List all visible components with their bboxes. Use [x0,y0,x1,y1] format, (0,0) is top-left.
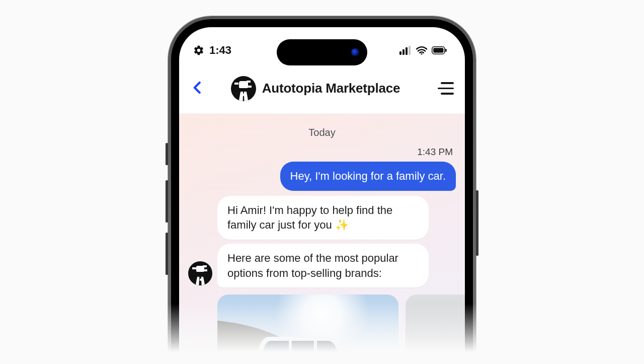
user-message-bubble[interactable]: Hey, I'm looking for a family car. [280,162,456,191]
svg-rect-3 [409,46,411,55]
assistant-avatar [188,261,212,285]
car-carousel[interactable] [217,295,456,364]
phone-frame: 1:43 [168,16,476,364]
app-title: Autotopia Marketplace [262,81,400,96]
side-button-volume-down [166,233,168,275]
day-separator: Today [188,124,456,147]
car-illustration [240,336,361,364]
assistant-message-bubble[interactable]: Here are some of the most popular option… [217,244,429,287]
svg-rect-1 [403,49,405,55]
side-button-power [476,190,478,256]
svg-rect-6 [433,48,443,53]
side-button-silent [166,143,168,165]
gear-icon [193,45,204,56]
dynamic-island [277,39,367,65]
car-card[interactable] [406,295,465,364]
hamburger-menu-icon [441,82,454,84]
svg-rect-0 [399,51,401,55]
status-time: 1:43 [209,44,231,57]
svg-point-4 [421,53,423,55]
message-timestamp: 1:43 PM [188,147,456,162]
phone-screen: 1:43 [179,27,465,364]
autotopia-logo-icon [231,76,256,101]
cellular-signal-icon [399,46,412,55]
car-card[interactable] [217,295,398,364]
menu-button[interactable] [438,82,454,95]
assistant-message-bubble[interactable]: Hi Amir! I'm happy to help find the fami… [217,196,429,240]
side-button-volume-up [166,180,168,223]
chat-thread: Today 1:43 PM Hey, I'm looking for a fam… [179,114,465,364]
svg-rect-7 [445,49,447,52]
svg-rect-2 [406,47,408,55]
battery-icon [432,46,447,54]
app-header: Autotopia Marketplace [179,63,465,114]
wifi-icon [416,46,428,55]
